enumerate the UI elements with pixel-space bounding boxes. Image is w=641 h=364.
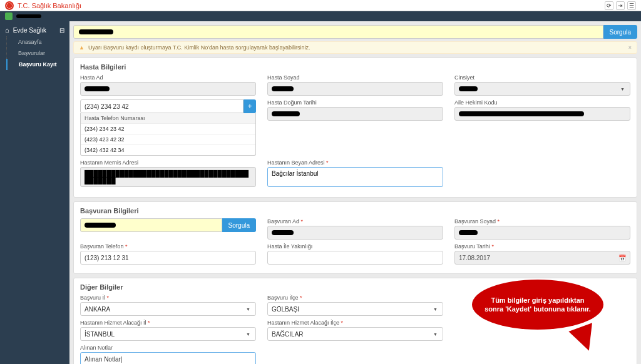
phone-list: Hasta Telefon Numarası (234) 234 23 42 (… bbox=[80, 113, 256, 156]
alert-text: Uyarı Başvuru kaydı oluşturmaya T.C. Kim… bbox=[88, 44, 310, 51]
aile-hekimi-input bbox=[454, 107, 630, 121]
basvuru-il-select[interactable]: ANKARA bbox=[80, 302, 256, 316]
hizmet-il-select[interactable]: İSTANBUL bbox=[80, 327, 256, 341]
sidebar-module-label: Evde Sağlık bbox=[13, 27, 46, 34]
hasta-ad-label: Hasta Ad bbox=[80, 74, 256, 81]
basvuran-soyad-label: Başvuran Soyad * bbox=[454, 218, 630, 225]
home-health-icon: ⌂ bbox=[5, 26, 9, 34]
aile-hekimi-label: Aile Hekimi Kodu bbox=[454, 99, 630, 106]
basvuran-sorgula-button[interactable]: Sorgula bbox=[222, 218, 256, 232]
notlar-label: Alınan Notlar bbox=[80, 345, 256, 351]
hasta-telefon-input[interactable]: (234) 234 23 42 bbox=[80, 99, 244, 113]
menu-icon[interactable]: ☰ bbox=[627, 1, 636, 10]
instruction-callout: Tüm bilgiler giriş yapıldıktan sonra 'Ka… bbox=[472, 280, 603, 339]
hasta-soyad-label: Hasta Soyad bbox=[267, 74, 443, 81]
user-avatar-icon bbox=[5, 13, 13, 20]
basvuru-ilce-label: Başvuru İlçe * bbox=[267, 295, 443, 301]
tc-value-redacted bbox=[79, 29, 113, 34]
callout-text: Tüm bilgiler giriş yapıldıktan sonra 'Ka… bbox=[472, 280, 603, 330]
yakinlik-label: Hasta İle Yakınlığı bbox=[267, 243, 443, 250]
warning-icon: ▲ bbox=[79, 44, 85, 51]
refresh-icon[interactable]: ⟳ bbox=[605, 1, 613, 10]
hizmet-ilce-select[interactable]: BAĞCILAR bbox=[267, 327, 443, 341]
basvuran-bilgileri-panel: Başvuran Bilgileri Sorgula Başvuran Ad *… bbox=[73, 201, 637, 274]
sidebar: ⌂ Evde Sağlık ⊟ Anasayfa Başvurular Başv… bbox=[0, 21, 69, 364]
notlar-textarea[interactable]: Alınan Notlar| bbox=[80, 352, 256, 364]
app-title: T.C. Sağlık Bakanlığı bbox=[18, 2, 81, 9]
basvuran-telefon-label: Başvuran Telefon * bbox=[80, 243, 256, 250]
panel-title: Hasta Bilgileri bbox=[80, 63, 630, 71]
close-icon[interactable]: × bbox=[628, 44, 632, 51]
tc-kimlik-input[interactable] bbox=[73, 25, 603, 39]
sidebar-item-anasayfa[interactable]: Anasayfa bbox=[6, 36, 69, 48]
basvuran-ad-label: Başvuran Ad * bbox=[267, 218, 443, 225]
hasta-ad-input bbox=[80, 82, 256, 96]
hasta-soyad-input bbox=[267, 82, 443, 96]
cinsiyet-select[interactable] bbox=[454, 82, 630, 96]
app-header: T.C. Sağlık Bakanlığı ⟳ ⇥ ☰ bbox=[0, 0, 641, 11]
phone-item[interactable]: (423) 423 42 32 bbox=[81, 134, 255, 145]
panel-title: Başvuran Bilgileri bbox=[80, 207, 630, 215]
user-topbar bbox=[0, 11, 641, 21]
basvuru-tarihi-label: Başvuru Tarihi * bbox=[454, 243, 630, 250]
basvuru-ilce-select[interactable]: GÖLBAŞI bbox=[267, 302, 443, 316]
beyan-adres-label: Hastanın Beyan Adresi * bbox=[267, 159, 443, 166]
hasta-bilgileri-panel: Hasta Bilgileri Hasta Ad Hasta Soyad Cin… bbox=[73, 58, 637, 198]
add-phone-button[interactable]: + bbox=[244, 99, 256, 113]
sidebar-item-basvuru-kayit[interactable]: Başvuru Kayıt bbox=[6, 59, 69, 70]
calendar-icon[interactable]: 📅 bbox=[618, 255, 626, 261]
sorgula-button[interactable]: Sorgula bbox=[603, 25, 637, 39]
dogum-tarihi-input bbox=[267, 107, 443, 121]
cinsiyet-label: Cinsiyet bbox=[454, 74, 630, 81]
phone-item[interactable]: (234) 234 23 42 bbox=[81, 124, 255, 134]
yakinlik-input[interactable] bbox=[267, 251, 443, 265]
phone-item[interactable]: (342) 432 42 34 bbox=[81, 145, 255, 155]
basvuru-tarihi-input[interactable]: 17.08.2017 📅 bbox=[454, 251, 630, 265]
basvuran-ad-input bbox=[267, 226, 443, 240]
phone-list-header: Hasta Telefon Numarası bbox=[81, 113, 255, 124]
beyan-adres-textarea[interactable]: Bağcılar İstanbul bbox=[267, 167, 443, 187]
collapse-icon[interactable]: ⊟ bbox=[59, 27, 64, 34]
warning-alert: ▲ Uyarı Başvuru kaydı oluşturmaya T.C. K… bbox=[73, 41, 637, 54]
sidebar-module[interactable]: ⌂ Evde Sağlık ⊟ bbox=[0, 24, 69, 36]
dogum-tarihi-label: Hasta Doğum Tarihi bbox=[267, 99, 443, 106]
basvuru-il-label: Başvuru İl * bbox=[80, 295, 256, 301]
logout-icon[interactable]: ⇥ bbox=[616, 1, 625, 10]
hizmet-ilce-label: Hastanın Hizmet Alacağı İlçe * bbox=[267, 320, 443, 326]
basvuran-telefon-input[interactable]: (123) 213 12 31 bbox=[80, 251, 256, 265]
mernis-adres-label: Hastanın Mernis Adresi bbox=[80, 159, 256, 166]
mernis-adres-textarea: ████████████████████████████████████████… bbox=[80, 167, 256, 187]
basvuran-soyad-input bbox=[454, 226, 630, 240]
basvuran-tc-input[interactable] bbox=[80, 218, 222, 232]
hizmet-il-label: Hastanın Hizmet Alacağı İl * bbox=[80, 320, 256, 326]
sidebar-item-basvurular[interactable]: Başvurular bbox=[6, 48, 69, 59]
ministry-logo-icon bbox=[5, 1, 14, 10]
user-name-redacted bbox=[16, 14, 41, 18]
date-value: 17.08.2017 bbox=[459, 255, 490, 261]
